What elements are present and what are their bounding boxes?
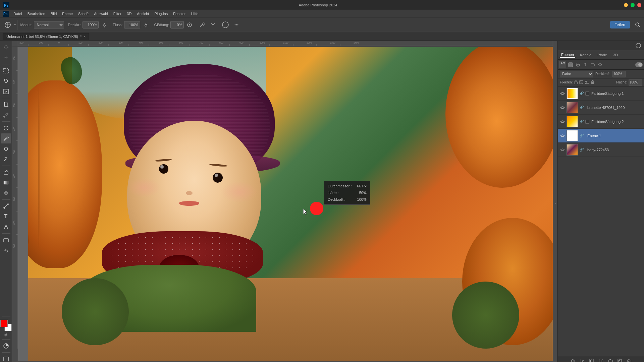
eyedropper-tool[interactable] [1,110,11,120]
glaettung-input[interactable] [170,21,184,28]
blending-mode-select[interactable]: Farbe [560,71,593,77]
layer-type-filter[interactable]: Art [559,61,566,68]
menu-auswahl[interactable]: Auswahl [91,11,111,16]
menu-bild[interactable]: Bild [48,11,59,16]
search-icon[interactable] [633,20,642,29]
add-mask-btn[interactable] [588,357,595,362]
menu-ebene[interactable]: Ebene [59,11,75,16]
new-adjustment-btn[interactable] [597,357,605,362]
svg-point-98 [562,121,564,122]
lock-all-icon[interactable] [591,80,595,85]
filter-icon-adjustment[interactable] [575,62,581,68]
minimize-btn[interactable] [624,3,628,7]
path-select-tool[interactable] [1,222,11,232]
delete-layer-btn[interactable] [626,357,633,362]
menu-fenster[interactable]: Fenster [170,11,188,16]
layer-visibility-toggle[interactable] [560,133,565,138]
right-panel: i Ebenen Kanäle Pfade 3D Art T [557,41,644,362]
lock-image-icon[interactable] [585,80,589,85]
share-button[interactable]: Teilen [610,21,630,28]
layer-visibility-toggle[interactable] [560,119,565,124]
crop-tool[interactable] [1,100,11,110]
menu-hilfe[interactable]: Hilfe [188,11,201,16]
filter-icon-pixel[interactable] [568,62,574,68]
svg-text:600: 600 [13,174,15,178]
maximize-btn[interactable] [631,3,635,7]
artboard-tool[interactable]: ⊹ [1,53,11,63]
airbrush-icon[interactable] [198,20,207,29]
hand-tool[interactable] [1,245,11,255]
menu-filter[interactable]: Filter [111,11,124,16]
shape-tool[interactable] [1,235,11,245]
close-btn[interactable] [637,3,641,7]
new-group-btn[interactable] [607,357,614,362]
brush-preview-icon[interactable] [220,19,231,30]
menu-bearbeiten[interactable]: Bearbeiten [25,11,48,16]
lasso-tool[interactable] [1,76,11,86]
layer-item[interactable]: 🔗 Ebene 1 [558,129,644,143]
tab-ebenen[interactable]: Ebenen [560,52,575,58]
canvas-container[interactable]: Durchmesser : 66 Px Härte : 50% Deckkraf… [18,47,553,362]
menu-schrift[interactable]: Schrift [75,11,91,16]
menu-ansicht[interactable]: Ansicht [134,11,152,16]
layer-visibility-toggle[interactable] [560,91,565,96]
lock-transparent-icon[interactable] [579,80,583,85]
tab-close-icon[interactable]: × [84,35,86,39]
layer-item[interactable]: 🔗 Farbton/Sättigung 1 [558,86,644,101]
menu-plugins[interactable]: Plug-ins [152,11,170,16]
info-panel-icon[interactable]: i [635,42,642,49]
layer-chain-link: 🔗 [580,120,584,123]
fluss-pressure-icon[interactable] [142,20,150,29]
quick-mask-icon[interactable] [1,341,11,351]
layer-visibility-toggle[interactable] [560,105,565,110]
modus-dropdown[interactable]: Normal [34,21,64,28]
layer-name: Farbton/Sättigung 2 [591,120,642,124]
svg-point-17 [636,23,639,26]
right-panel-collapse[interactable]: › [553,41,557,362]
tab-kanaele[interactable]: Kanäle [579,52,593,58]
switch-colors-icon[interactable]: ⇄ [4,333,7,337]
marquee-tool[interactable] [1,66,11,76]
brush-tool[interactable] [1,133,11,143]
eraser-tool[interactable] [1,167,11,177]
deckkraft-layers-input[interactable] [612,71,626,77]
history-brush-tool[interactable] [1,154,11,164]
document-tab[interactable]: Unbenannt-1 bei 53,8% (Ebene 1, CMYK/8) … [3,33,89,40]
add-style-btn[interactable]: fx [579,357,586,362]
filter-icon-shape[interactable] [590,62,596,68]
clone-stamp-tool[interactable] [1,144,11,154]
layers-list[interactable]: 🔗 Farbton/Sättigung 1 🔗 [558,86,644,356]
flaeche-input[interactable] [629,79,642,86]
pen-tool[interactable] [1,201,11,211]
object-select-tool[interactable] [1,86,11,97]
lock-position-icon[interactable] [574,80,578,85]
filter-icon-text[interactable]: T [582,62,588,68]
screen-mode-icon[interactable] [1,354,11,362]
layer-visibility-toggle[interactable] [560,147,565,153]
gradient-tool[interactable] [1,178,11,188]
new-layer-btn[interactable] [616,357,624,362]
menu-datei[interactable]: Datei [11,11,25,16]
heal-tool[interactable] [1,123,11,133]
tab-pfade[interactable]: Pfade [596,52,608,58]
deckkraft-input[interactable] [83,21,99,28]
filter-toggle[interactable] [635,62,643,67]
svg-point-102 [590,360,593,362]
symmetry-icon[interactable] [209,20,217,29]
tab-3d[interactable]: 3D [612,52,619,58]
glaettung-settings-icon[interactable] [185,20,194,29]
foreground-color-swatch[interactable] [0,320,8,327]
text-tool[interactable]: T [1,212,11,222]
blur-tool[interactable] [1,188,11,198]
layer-item[interactable]: 🔗 baby-772453 [558,143,644,157]
menu-3d[interactable]: 3D [124,11,134,16]
extras-icon[interactable] [232,20,241,29]
foreground-background-colors[interactable] [0,320,12,331]
fluss-input[interactable] [124,21,140,28]
filter-icon-smart[interactable] [597,62,603,68]
link-layers-btn[interactable] [569,357,577,362]
layer-item[interactable]: 🔗 brunette-487061_1920 [558,101,644,115]
move-tool[interactable] [1,42,11,52]
layer-item[interactable]: 🔗 Farbton/Sättigung 2 [558,115,644,129]
deckkraft-pressure-icon[interactable] [100,20,109,29]
